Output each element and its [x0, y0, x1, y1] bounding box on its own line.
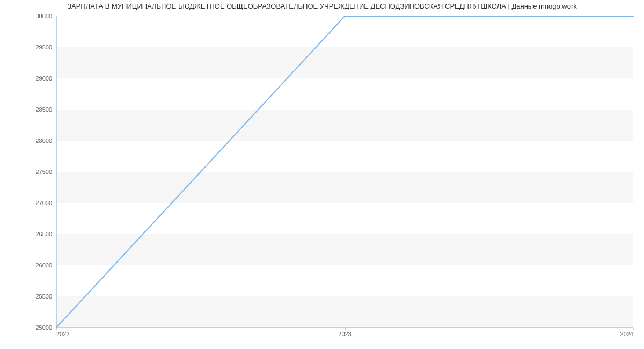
y-tick-label: 28500	[35, 106, 52, 113]
y-tick-label: 29500	[35, 44, 52, 50]
y-tick-label: 28000	[35, 137, 52, 144]
x-tick	[633, 328, 634, 330]
line-chart: ЗАРПЛАТА В МУНИЦИПАЛЬНОЕ БЮДЖЕТНОЕ ОБЩЕО…	[0, 0, 644, 349]
x-tick-label: 2024	[620, 331, 633, 337]
y-tick-label: 25500	[35, 293, 52, 300]
data-series-line	[56, 16, 633, 328]
x-tick	[345, 328, 346, 330]
x-tick-label: 2023	[338, 331, 351, 337]
y-tick-label: 25000	[35, 324, 52, 331]
x-tick-label: 2022	[56, 331, 69, 337]
y-tick-label: 26000	[35, 262, 52, 268]
y-tick-label: 30000	[35, 13, 52, 19]
plot-area: 25000 25500 26000 26500 27000 27500 2800…	[56, 16, 633, 328]
y-tick-label: 27500	[35, 169, 52, 175]
y-tick-label: 27000	[35, 200, 52, 206]
y-tick-label: 29000	[35, 75, 52, 82]
chart-title: ЗАРПЛАТА В МУНИЦИПАЛЬНОЕ БЮДЖЕТНОЕ ОБЩЕО…	[0, 2, 644, 10]
y-tick-label: 26500	[35, 231, 52, 237]
